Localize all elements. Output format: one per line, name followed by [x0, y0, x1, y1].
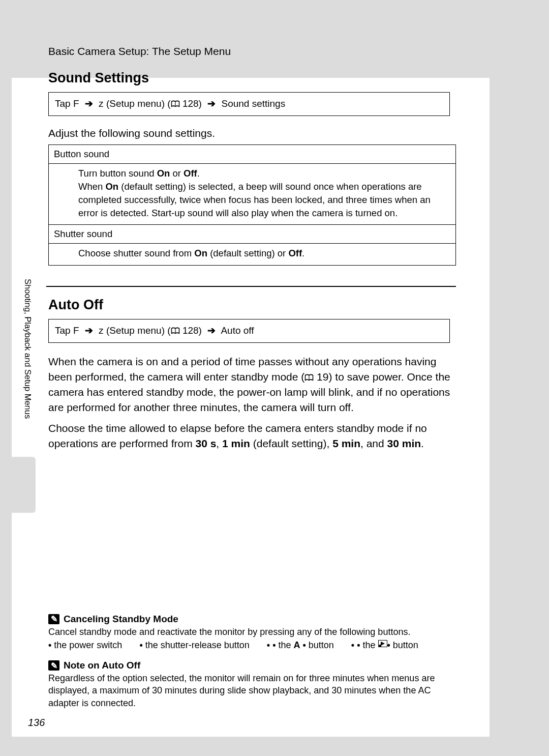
nav-tap: Tap F [55, 325, 79, 336]
arrow-icon: ➔ [204, 325, 219, 336]
side-section-label: Shooting, Playback and Setup Menus [23, 279, 33, 447]
cancel-standby-bullets: the power switch the shutter-release but… [48, 640, 455, 651]
header-text: Basic Camera Setup: The Setup Menu [48, 45, 231, 57]
nav-dest: Auto off [221, 325, 254, 336]
sound-settings-heading: Sound Settings [48, 70, 455, 86]
content: Sound Settings Tap F ➔ z (Setup menu) ( … [48, 60, 455, 457]
cancel-standby-heading: ✎ Canceling Standby Mode [48, 614, 455, 625]
nav-ref: 128) [182, 98, 202, 109]
side-thumb-tab [0, 457, 36, 513]
nav-setup-glyph: z [99, 325, 104, 336]
autooff-para-1: When the camera is on and a period of ti… [48, 354, 455, 415]
note-auto-off-heading: ✎ Note on Auto Off [48, 660, 455, 671]
arrow-icon: ➔ [82, 325, 96, 336]
auto-off-heading: Auto Off [48, 297, 455, 313]
arrow-icon: ➔ [82, 98, 96, 109]
nav-setup-label: (Setup menu) ( [106, 98, 171, 109]
bullet-playback-button: the button [351, 640, 418, 651]
sound-intro: Adjust the following sound settings. [48, 127, 455, 139]
sound-nav-path: Tap F ➔ z (Setup menu) ( 128) ➔ Sound se… [48, 92, 450, 116]
note-auto-off-body: Regardless of the option selected, the m… [48, 672, 455, 709]
playback-icon [378, 640, 387, 647]
nav-dest: Sound settings [221, 98, 285, 109]
shutter-sound-desc: Choose shutter sound from On (default se… [49, 244, 456, 266]
notes-block: ✎ Canceling Standby Mode Cancel standby … [48, 614, 455, 718]
autooff-nav-path: Tap F ➔ z (Setup menu) ( 128) ➔ Auto off [48, 319, 450, 343]
autooff-para-2: Choose the time allowed to elapse before… [48, 421, 455, 451]
section-divider [46, 286, 456, 287]
bullet-a-button: the A button [267, 640, 334, 651]
arrow-icon: ➔ [204, 98, 219, 109]
nav-tap: Tap F [55, 98, 79, 109]
bullet-shutter-release: the shutter-release button [139, 640, 249, 651]
nav-setup-label: (Setup menu) ( [106, 325, 171, 336]
shutter-sound-label: Shutter sound [49, 225, 456, 244]
page-number: 136 [28, 717, 45, 729]
nav-ref: 128) [182, 325, 202, 336]
page-ref-icon [171, 100, 180, 107]
bullet-power-switch: the power switch [48, 640, 122, 651]
nav-setup-glyph: z [99, 98, 104, 109]
pencil-icon: ✎ [48, 614, 59, 624]
button-sound-desc: Turn button sound On or Off. When On (de… [49, 163, 456, 225]
page: Basic Camera Setup: The Setup Menu Shoot… [12, 24, 490, 737]
pencil-icon: ✎ [48, 660, 59, 671]
page-ref-icon [304, 374, 314, 381]
sound-settings-table: Button sound Turn button sound On or Off… [48, 144, 456, 266]
page-ref-icon [171, 327, 180, 334]
cancel-standby-body: Cancel standby mode and reactivate the m… [48, 626, 455, 638]
button-sound-label: Button sound [49, 145, 456, 164]
